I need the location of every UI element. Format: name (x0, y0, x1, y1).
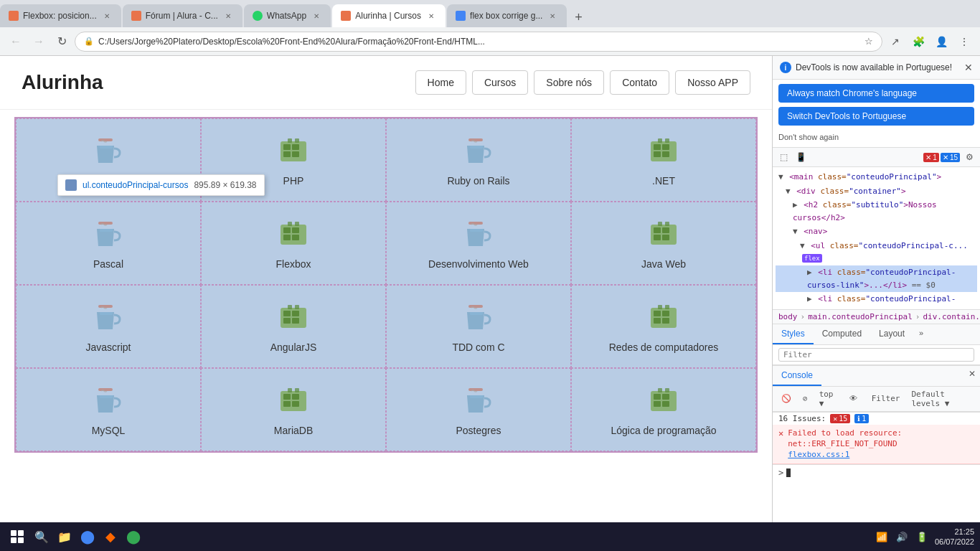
volume-icon[interactable]: 🔊 (895, 529, 909, 544)
course-card-9[interactable]: AngularJS (201, 285, 386, 368)
share-icon[interactable]: ↗ (885, 32, 905, 52)
dom-line-1[interactable]: ▼ <main class="conteudoPrincipal"> (776, 170, 977, 184)
extensions-icon[interactable]: 🧩 (908, 32, 928, 52)
tab-styles[interactable]: Styles (773, 324, 814, 344)
tab-close-4[interactable]: ✕ (425, 10, 437, 22)
stop-console-btn[interactable]: ⊘ (798, 392, 812, 405)
sublime-taskbar-btn[interactable]: ◆ (100, 527, 121, 547)
tab-label-2: Fórum | Alura - C... (146, 11, 218, 21)
search-taskbar-btn[interactable]: 🔍 (32, 527, 52, 547)
new-tab-button[interactable]: + (568, 7, 588, 27)
switch-language-btn[interactable]: Switch DevTools to Portuguese (778, 107, 974, 126)
dom-expand-3[interactable]: ▶ (793, 200, 798, 209)
course-card-7[interactable]: Java Web (571, 202, 756, 285)
warning-x-icon: ✕ (943, 154, 948, 161)
network-icon[interactable]: 📶 (875, 529, 889, 544)
device-mode-btn[interactable]: 📱 (793, 149, 809, 165)
taskbar-clock[interactable]: 21:25 06/07/2022 (935, 527, 974, 547)
battery-icon[interactable]: 🔋 (915, 529, 929, 544)
devtools-console: 🚫 ⊘ top ▼ 👁 Filter Default levels ▼ 16 I… (773, 387, 980, 523)
error-link[interactable]: flexbox.css:1 (788, 450, 849, 459)
tab-whatsapp[interactable]: WhatsApp ✕ (244, 4, 331, 27)
back-button[interactable]: ← (6, 32, 26, 52)
course-card-14[interactable]: Postegres (386, 368, 571, 451)
tab-more[interactable]: » (913, 324, 929, 344)
browser-chrome: Flexbox: posicion... ✕ Fórum | Alura - C… (0, 0, 980, 56)
nav-app[interactable]: Nosso APP (675, 70, 750, 95)
chrome-taskbar-btn[interactable]: ⬤ (77, 527, 98, 547)
clear-console-btn[interactable]: 🚫 (777, 392, 796, 405)
dom-line-4[interactable]: ▼ <nav> (776, 225, 977, 239)
course-card-4[interactable]: Pascal (16, 202, 201, 285)
forward-button[interactable]: → (29, 32, 49, 52)
reload-button[interactable]: ↻ (52, 32, 72, 52)
start-button[interactable] (6, 525, 29, 548)
course-card-11[interactable]: Redes de computadores (571, 285, 756, 368)
dom-line-7[interactable]: ▶ <li class="conteudoPrincipal- (776, 292, 977, 306)
taskbar-tray: 📶 🔊 🔋 21:25 06/07/2022 (875, 527, 974, 547)
course-card-2[interactable]: Ruby on Rails (386, 118, 571, 202)
styles-filter-input[interactable] (778, 348, 974, 362)
bookmark-icon[interactable]: ☆ (864, 36, 873, 47)
dom-expand-2[interactable]: ▼ (786, 187, 791, 196)
course-card-13[interactable]: MariaDB (201, 368, 386, 451)
console-error-text: Failed to load resource: net::ERR_FILE_N… (788, 428, 974, 461)
course-card-5[interactable]: Flexbox (201, 202, 386, 285)
profile-icon[interactable]: 👤 (931, 32, 951, 52)
nav-sobre[interactable]: Sobre nós (534, 70, 604, 95)
breadcrumb-main[interactable]: main.conteudoPrincipal (808, 312, 913, 321)
course-card-3[interactable]: .NET (571, 118, 756, 202)
breadcrumb-body[interactable]: body (778, 312, 798, 321)
file-manager-btn[interactable]: 📁 (55, 527, 75, 547)
dom-expand-5[interactable]: ▼ (800, 241, 805, 250)
dont-show-link[interactable]: Don't show again (778, 133, 839, 141)
issues-error-badge[interactable]: ✕ 15 (830, 414, 850, 423)
tab-forum[interactable]: Fórum | Alura - C... ✕ (123, 4, 242, 27)
tab-close-5[interactable]: ✕ (547, 10, 558, 22)
course-card-15[interactable]: Lógica de programação (571, 368, 756, 451)
address-bar[interactable]: 🔒 C:/Users/Jorge%20Platero/Desktop/Escol… (75, 32, 882, 52)
match-language-btn[interactable]: Always match Chrome's language (778, 84, 974, 103)
dom-expand-7[interactable]: ▶ (807, 294, 812, 303)
console-close-btn[interactable]: ✕ (964, 366, 980, 382)
tab-close-3[interactable]: ✕ (311, 10, 322, 22)
tab-flexbox2[interactable]: flex box corrige g... ✕ (447, 4, 567, 27)
tab-layout[interactable]: Layout (870, 324, 913, 344)
chrome2-taskbar-btn[interactable]: ⬤ (123, 527, 143, 547)
dom-expand-6[interactable]: ▶ (807, 268, 812, 277)
dom-expand-1[interactable]: ▼ (778, 172, 783, 182)
dom-expand-4[interactable]: ▼ (793, 227, 798, 236)
console-filter-input[interactable]: Filter (867, 392, 905, 405)
tab-computed[interactable]: Computed (814, 324, 870, 344)
issues-warn-badge[interactable]: ℹ 1 (854, 414, 869, 423)
tab-console[interactable]: Console (773, 366, 821, 386)
dom-line-2[interactable]: ▼ <div class="container"> (776, 184, 977, 199)
eye-btn[interactable]: 👁 (845, 392, 862, 405)
course-icon-14 (461, 383, 496, 419)
settings-icon[interactable]: ⚙ (961, 149, 977, 165)
course-card-6[interactable]: Desenvolvimento Web (386, 202, 571, 285)
course-card-12[interactable]: MySQL (16, 368, 201, 451)
nav-cursos[interactable]: Cursos (472, 70, 528, 95)
course-name-5: Flexbox (275, 258, 311, 270)
top-selector[interactable]: top ▼ (815, 388, 842, 410)
devtools-close-btn[interactable]: ✕ (964, 62, 973, 73)
tab-close-2[interactable]: ✕ (222, 10, 234, 22)
tab-close-1[interactable]: ✕ (101, 10, 113, 22)
warning-badge[interactable]: ✕ 15 (941, 153, 960, 162)
error-badge[interactable]: ✕ 1 (923, 153, 939, 162)
course-card-8[interactable]: Javascript (16, 285, 201, 368)
tab-flexbox[interactable]: Flexbox: posicion... ✕ (0, 4, 121, 27)
nav-contato[interactable]: Contato (610, 70, 669, 95)
course-card-10[interactable]: TDD com C (386, 285, 571, 368)
dom-line-6[interactable]: ▶ <li class="conteudoPrincipal-cursos-li… (776, 265, 977, 292)
svg-rect-64 (470, 395, 483, 398)
breadcrumb-div[interactable]: div.contain... (923, 312, 980, 321)
menu-icon[interactable]: ⋮ (954, 32, 974, 52)
tab-alurinha[interactable]: Alurinha | Cursos ✕ (332, 4, 446, 27)
default-levels-btn[interactable]: Default levels ▼ (907, 388, 976, 410)
dom-line-5[interactable]: ▼ <ul class="conteudoPrincipal-c... flex (776, 239, 977, 265)
inspect-element-btn[interactable]: ⬚ (776, 149, 791, 165)
nav-home[interactable]: Home (415, 70, 466, 95)
dom-line-3[interactable]: ▶ <h2 class="subtitulo">Nossos cursos</h… (776, 198, 977, 225)
